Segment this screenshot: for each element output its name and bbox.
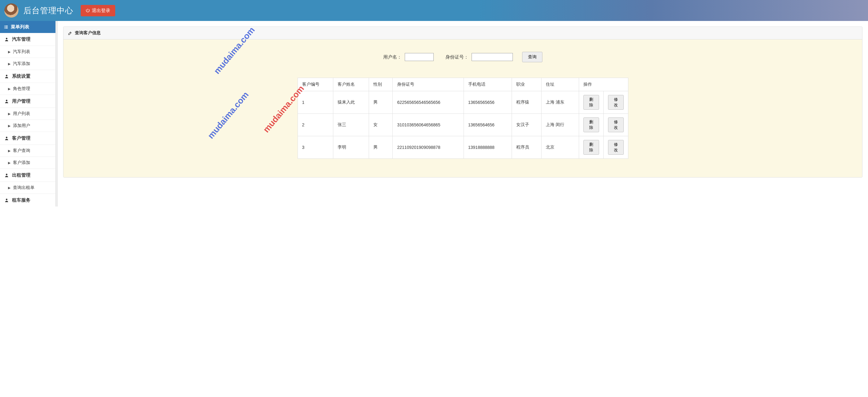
sidebar-group[interactable]: 用户管理 [0, 95, 56, 108]
sidebar-group[interactable]: 系统设置 [0, 70, 56, 83]
edit-button[interactable]: 修改 [608, 95, 624, 110]
table-cell-idcard: 622565656546565656 [393, 91, 464, 114]
svg-rect-1 [5, 26, 8, 26]
table-cell-addr: 上海 闵行 [541, 114, 579, 136]
sidebar-item-label: 客户查询 [13, 148, 30, 153]
svg-rect-0 [4, 26, 5, 26]
user-icon [4, 136, 9, 141]
logout-label: 退出登录 [92, 8, 110, 13]
table-cell-name: 猿来入此 [333, 91, 369, 114]
sidebar-item[interactable]: ▶汽车添加 [0, 58, 56, 70]
delete-button[interactable]: 删除 [583, 140, 599, 155]
table-header: 身份证号 [393, 78, 464, 91]
table-header: 职业 [512, 78, 541, 91]
caret-right-icon: ▶ [8, 124, 10, 128]
avatar[interactable] [4, 3, 19, 18]
sidebar-group[interactable]: 汽车管理 [0, 33, 56, 46]
logout-button[interactable]: 退出登录 [81, 5, 115, 16]
sidebar-item-label: 客户添加 [13, 160, 30, 166]
table-cell-op: 删除 [579, 136, 603, 159]
table-cell-idcard: 310103656064656865 [393, 114, 464, 136]
list-icon [4, 25, 8, 29]
sidebar-group-label: 租车服务 [12, 197, 30, 203]
sidebar-item[interactable]: ▶查询出租单 [0, 181, 56, 194]
idcard-input[interactable] [472, 53, 513, 61]
svg-point-7 [6, 75, 7, 77]
svg-rect-2 [4, 27, 5, 27]
sidebar-item-label: 查询出租单 [13, 185, 34, 191]
sidebar-group-label: 系统设置 [12, 73, 30, 79]
sidebar-item[interactable]: ▶用户列表 [0, 108, 56, 120]
sidebar-item[interactable]: ▶客户添加 [0, 157, 56, 169]
panel-title: 查询客户信息 [75, 30, 101, 36]
svg-point-8 [6, 100, 7, 102]
user-icon [4, 173, 9, 177]
idcard-label: 身份证号： [445, 54, 468, 60]
table-header: 客户编号 [298, 78, 333, 91]
user-icon [4, 74, 9, 79]
svg-rect-3 [5, 27, 8, 27]
panel-body: 用户名： 身份证号： 查询 客户编号客户姓名性别身份证号手机电话职业住址操作 1… [63, 39, 862, 177]
caret-right-icon: ▶ [8, 112, 10, 116]
table-header: 客户姓名 [333, 78, 369, 91]
table-header: 住址 [541, 78, 579, 91]
sidebar-group[interactable]: 客户管理 [0, 132, 56, 145]
svg-point-10 [6, 174, 7, 175]
table-cell-phone: 13918888888 [464, 136, 512, 159]
table-cell-idcard: 221109201909098878 [393, 136, 464, 159]
table-cell-name: 李明 [333, 136, 369, 159]
search-button[interactable]: 查询 [522, 52, 542, 62]
table-cell-op: 删除 [579, 114, 603, 136]
username-input[interactable] [405, 53, 434, 61]
table-cell-addr: 北京 [541, 136, 579, 159]
table-cell-job: 程序员 [512, 136, 541, 159]
sidebar-group-label: 出租管理 [12, 172, 30, 178]
search-form: 用户名： 身份证号： 查询 [73, 52, 853, 62]
table-cell-gender: 女 [369, 114, 393, 136]
table-row: 2张三女31010365606465686513656564656女汉子上海 闵… [298, 114, 628, 136]
sidebar-item-label: 汽车列表 [13, 49, 30, 55]
sidebar-item[interactable]: ▶添加用户 [0, 120, 56, 132]
sidebar-item[interactable]: ▶汽车列表 [0, 46, 56, 58]
main-content: 查询客户信息 用户名： 身份证号： 查询 客户编号客户姓名性别身份证号手机电话职… [58, 21, 868, 206]
table-cell-id: 1 [298, 91, 333, 114]
delete-button[interactable]: 删除 [583, 95, 599, 110]
table-cell-op: 修改 [603, 91, 628, 114]
table-cell-phone: 13656564656 [464, 114, 512, 136]
caret-right-icon: ▶ [8, 149, 10, 153]
caret-right-icon: ▶ [8, 161, 10, 165]
app-title: 后台管理中心 [23, 5, 73, 16]
svg-rect-5 [5, 28, 8, 29]
table-cell-id: 2 [298, 114, 333, 136]
sidebar-menu-header-label: 菜单列表 [11, 24, 29, 30]
power-icon [86, 8, 90, 12]
sidebar: 菜单列表 汽车管理▶汽车列表▶汽车添加系统设置▶角色管理用户管理▶用户列表▶添加… [0, 21, 56, 206]
table-cell-name: 张三 [333, 114, 369, 136]
sidebar-item-label: 添加用户 [13, 123, 30, 129]
sidebar-item-label: 汽车添加 [13, 61, 30, 66]
svg-point-9 [6, 137, 7, 138]
table-cell-job: 女汉子 [512, 114, 541, 136]
app-header: 后台管理中心 退出登录 [0, 0, 868, 21]
sidebar-item[interactable]: ▶角色管理 [0, 83, 56, 95]
svg-point-11 [6, 199, 7, 200]
table-cell-op: 修改 [603, 136, 628, 159]
vertical-divider [56, 21, 58, 206]
delete-button[interactable]: 删除 [583, 117, 599, 132]
table-cell-gender: 男 [369, 136, 393, 159]
table-cell-id: 3 [298, 136, 333, 159]
sidebar-group[interactable]: 租车服务 [0, 194, 56, 206]
username-label: 用户名： [383, 54, 402, 60]
sidebar-group[interactable]: 出租管理 [0, 169, 56, 181]
user-icon [4, 99, 9, 104]
table-cell-job: 程序猿 [512, 91, 541, 114]
table-cell-gender: 男 [369, 91, 393, 114]
sidebar-menu-header: 菜单列表 [0, 21, 56, 33]
sidebar-item[interactable]: ▶客户查询 [0, 145, 56, 157]
table-header: 手机电话 [464, 78, 512, 91]
edit-button[interactable]: 修改 [608, 140, 624, 155]
table-cell-phone: 13656565656 [464, 91, 512, 114]
table-header: 性别 [369, 78, 393, 91]
table-cell-op: 删除 [579, 91, 603, 114]
edit-button[interactable]: 修改 [608, 117, 624, 132]
